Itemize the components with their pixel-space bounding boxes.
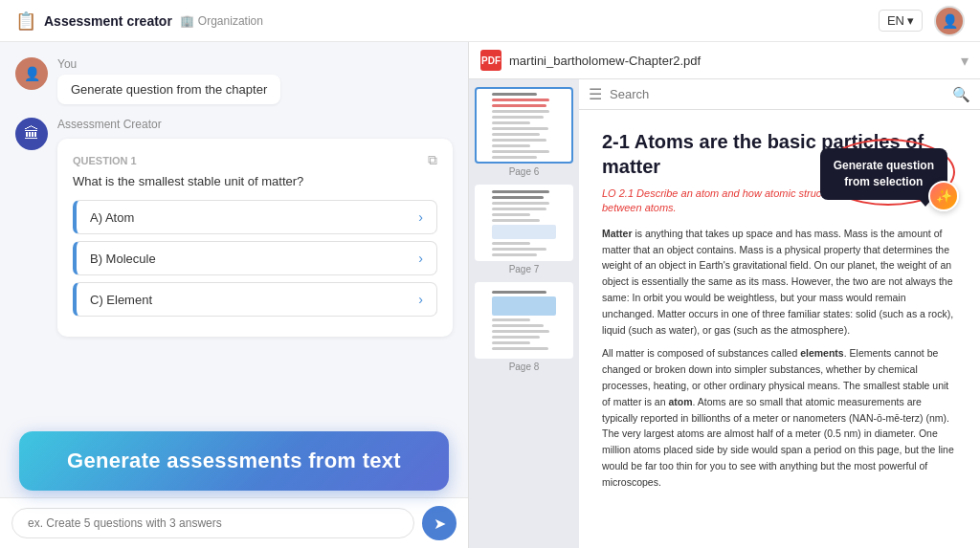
thumbnail-page7[interactable]: Page 7 [475, 185, 573, 274]
pdf-body-p2: All matter is composed of substances cal… [602, 345, 957, 490]
thumb-label-page8: Page 8 [475, 362, 573, 372]
popup-line1: Generate question [834, 159, 934, 172]
hamburger-icon[interactable]: ☰ [589, 85, 602, 103]
pdf-header: PDF martini_bartholomew-Chapter2.pdf ▾ [469, 42, 980, 79]
answer-chevron-a: › [418, 209, 423, 225]
search-bar-row: ☰ 🔍 [579, 79, 980, 110]
viewer-right: ☰ 🔍 Generate question from selection ✨ [579, 79, 980, 548]
creator-avatar: 🏛 [15, 118, 48, 150]
generate-banner[interactable]: Generate assessments from text [19, 431, 449, 491]
pdf-content-area: Generate question from selection ✨ 2-1 A… [579, 110, 980, 548]
thumb-img-page6 [475, 87, 573, 164]
pdf-viewer: Page 6 [469, 79, 980, 548]
topbar: 📋 Assessment creator 🏢 Organization EN ▾… [0, 0, 980, 42]
thumb-label-page6: Page 6 [475, 166, 573, 177]
answer-text-a: A) Atom [90, 210, 134, 225]
left-panel: 👤 You Generate question from the chapter… [0, 42, 469, 548]
creator-content: Assessment Creator Question 1 ⧉ What is … [57, 118, 453, 337]
user-msg-content: You Generate question from the chapter [57, 57, 280, 104]
answer-option-b[interactable]: B) Molecule › [73, 241, 437, 275]
topbar-left: 📋 Assessment creator 🏢 Organization [15, 11, 263, 32]
send-icon: ➤ [434, 515, 446, 533]
app-icon: 📋 [15, 11, 36, 32]
search-input-pdf[interactable] [610, 87, 945, 101]
creator-label: Assessment Creator [57, 118, 453, 131]
chat-input[interactable] [11, 508, 414, 538]
thumbnail-page8[interactable]: Page 8 [475, 282, 573, 372]
magic-button[interactable]: ✨ [928, 181, 959, 211]
generate-banner-text: Generate assessments from text [67, 449, 401, 473]
popup-line2: from selection [844, 175, 923, 188]
org-icon: 🏢 [180, 14, 194, 28]
copy-icon[interactable]: ⧉ [428, 152, 437, 168]
send-button[interactable]: ➤ [422, 506, 457, 540]
question-number: Question 1 [73, 155, 137, 166]
thumbnails-sidebar: Page 6 [469, 79, 579, 548]
question-header: Question 1 ⧉ [73, 152, 437, 168]
answer-chevron-c: › [418, 292, 423, 307]
org-label-group: 🏢 Organization [180, 14, 263, 28]
question-card: Question 1 ⧉ What is the smallest stable… [57, 139, 453, 337]
answer-option-c[interactable]: C) Element › [73, 282, 437, 317]
topbar-right: EN ▾ 👤 [879, 6, 965, 36]
user-avatar: 👤 [15, 57, 48, 90]
chat-area: 👤 You Generate question from the chapter… [0, 42, 468, 497]
search-icon-pdf[interactable]: 🔍 [952, 86, 970, 103]
user-bubble: Generate question from the chapter [57, 75, 280, 104]
creator-block: 🏛 Assessment Creator Question 1 ⧉ What i… [15, 118, 453, 337]
thumbnail-page6[interactable]: Page 6 [475, 87, 573, 177]
right-panel: PDF martini_bartholomew-Chapter2.pdf ▾ [469, 42, 980, 548]
pdf-icon: PDF [480, 50, 501, 71]
main-layout: 👤 You Generate question from the chapter… [0, 42, 980, 548]
org-label: Organization [198, 14, 263, 28]
bottom-input-bar: ➤ [0, 497, 468, 548]
pdf-filename: martini_bartholomew-Chapter2.pdf [509, 54, 953, 68]
thumb-label-page7: Page 7 [475, 264, 573, 274]
answer-option-a[interactable]: A) Atom › [73, 200, 437, 234]
thumb-img-page8 [475, 282, 573, 359]
user-label: You [57, 57, 280, 71]
answer-text-c: C) Element [90, 293, 152, 307]
user-avatar-button[interactable]: 👤 [934, 6, 965, 36]
app-title: Assessment creator [44, 13, 172, 29]
pdf-chevron-icon[interactable]: ▾ [961, 52, 969, 70]
lang-label: EN [887, 13, 904, 28]
answer-chevron-b: › [418, 251, 423, 266]
chevron-down-icon: ▾ [907, 13, 914, 28]
thumb-img-page7 [475, 185, 573, 261]
user-message-block: 👤 You Generate question from the chapter [15, 57, 453, 104]
pdf-body-p1: Matter is anything that takes up space a… [602, 226, 957, 339]
question-text: What is the smallest stable unit of matt… [73, 174, 437, 188]
answer-text-b: B) Molecule [90, 252, 156, 266]
lang-selector[interactable]: EN ▾ [879, 10, 923, 32]
